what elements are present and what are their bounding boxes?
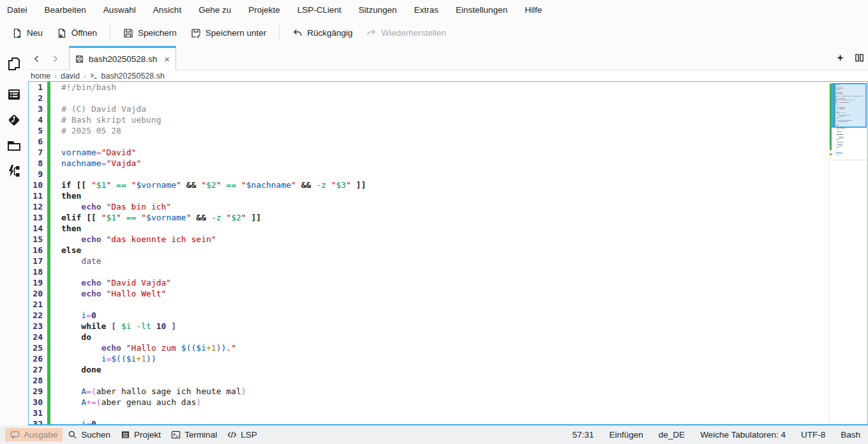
project-label: Projekt — [134, 430, 161, 440]
code-line-17[interactable]: date — [61, 256, 829, 266]
code-line-4[interactable]: # Bash skript uebung — [61, 114, 829, 125]
minimap-line-mark — [835, 149, 836, 150]
line-number: 15 — [29, 234, 43, 245]
menu-item-extras[interactable]: Extras — [414, 5, 438, 15]
breadcrumb-david[interactable]: david — [61, 72, 80, 80]
menu-item-auswahl[interactable]: Auswahl — [103, 5, 136, 15]
cursor-position[interactable]: 57:31 — [572, 430, 594, 440]
code-line-22[interactable]: i=0 — [61, 310, 829, 321]
line-number: 26 — [29, 353, 43, 364]
code-line-2[interactable] — [61, 93, 829, 103]
code-area[interactable]: #!/bin/bash# (C) David Vajda# Bash skrip… — [61, 82, 829, 424]
code-line-26[interactable]: i=$(($i+1)) — [61, 353, 829, 364]
menu-item-einstellungen[interactable]: Einstellungen — [456, 5, 507, 15]
tab-bash20250528[interactable]: bash20250528.sh × — [69, 46, 176, 70]
menu-item-sitzungen[interactable]: Sitzungen — [359, 5, 397, 15]
new-button[interactable]: Neu — [5, 24, 50, 42]
folder-icon[interactable] — [6, 138, 22, 153]
history-forward-button[interactable] — [46, 47, 64, 70]
code-line-10[interactable]: if [[ "$1" == "$vorname" && "$2" == "$na… — [61, 180, 829, 190]
minimap[interactable] — [829, 82, 867, 424]
menu-item-gehe-zu[interactable]: Gehe zu — [198, 5, 231, 15]
history-back-button[interactable] — [28, 47, 46, 70]
menu-item-projekte[interactable]: Projekte — [248, 5, 280, 15]
code-line-8[interactable]: nachname="Vajda" — [61, 158, 829, 169]
tab-bar: bash20250528.sh × — [28, 46, 868, 70]
project-toolview-button[interactable]: Projekt — [116, 428, 166, 441]
lsp-toolview-button[interactable]: LSP — [222, 428, 262, 441]
menu-item-ansicht[interactable]: Ansicht — [153, 5, 181, 15]
documents-icon[interactable] — [6, 56, 22, 72]
line-number: 32 — [29, 418, 43, 425]
code-line-28[interactable] — [61, 375, 829, 386]
output-toolview-button[interactable]: Ausgabe — [5, 428, 63, 441]
terminal-toolview-button[interactable]: Terminal — [166, 428, 222, 441]
code-line-14[interactable]: then — [61, 223, 829, 234]
save-as-button[interactable]: Speichern unter — [184, 24, 273, 42]
line-number: 21 — [29, 299, 43, 310]
code-line-13[interactable]: elif [[ "$1" == "$vorname" && -z "$2" ]] — [61, 212, 829, 223]
code-line-29[interactable]: A=(aber hallo sage ich heute mal) — [61, 386, 829, 397]
encoding[interactable]: UTF-8 — [801, 430, 825, 440]
code-line-30[interactable]: A+=(aber genau auch das) — [61, 397, 829, 408]
code-line-1[interactable]: #!/bin/bash — [61, 82, 829, 93]
minimap-line-mark — [837, 128, 846, 128]
code-line-12[interactable]: echo "Das bin ich" — [61, 201, 829, 212]
breadcrumb-file[interactable]: bash20250528.sh — [101, 72, 165, 80]
line-number: 13 — [29, 212, 43, 223]
status-bar: Ausgabe Suchen Projekt Terminal LSP — [0, 425, 868, 444]
line-number: 18 — [29, 266, 43, 277]
output-icon — [10, 430, 20, 440]
tab-mode[interactable]: Weiche Tabulatoren: 4 — [700, 430, 786, 440]
code-line-5[interactable]: # 2025 05 28 — [61, 125, 829, 136]
left-sidebar — [0, 46, 28, 425]
search-toolview-button[interactable]: Suchen — [63, 428, 116, 441]
breadcrumb-home[interactable]: home — [31, 72, 50, 80]
line-numbers: 1234567891011121314151617181920212223242… — [29, 82, 61, 425]
undo-button[interactable]: Rückgängig — [285, 24, 359, 42]
panel-list-icon[interactable] — [6, 87, 22, 102]
line-number: 25 — [29, 342, 43, 353]
code-line-18[interactable] — [61, 266, 829, 277]
line-number: 28 — [29, 375, 43, 386]
menu-item-datei[interactable]: Datei — [7, 5, 27, 15]
line-number: 27 — [29, 364, 43, 375]
line-number: 8 — [29, 158, 43, 169]
code-line-20[interactable]: echo "Hallo Welt" — [61, 288, 829, 299]
code-line-27[interactable]: done — [61, 364, 829, 375]
code-line-31[interactable] — [61, 408, 829, 418]
dictionary[interactable]: de_DE — [659, 430, 685, 440]
code-line-11[interactable]: then — [61, 190, 829, 201]
redo-icon — [366, 28, 377, 38]
syntax-mode[interactable]: Bash — [841, 430, 860, 440]
code-line-9[interactable] — [61, 169, 829, 180]
menu-item-hilfe[interactable]: Hilfe — [525, 5, 542, 15]
save-button[interactable]: Speichern — [116, 24, 184, 42]
lsp-symbols-icon[interactable] — [6, 164, 22, 179]
code-line-19[interactable]: echo "David Vajda" — [61, 277, 829, 288]
split-view-icon[interactable] — [855, 53, 864, 63]
git-icon[interactable] — [6, 112, 22, 128]
open-document-icon — [57, 28, 67, 38]
code-line-16[interactable]: else — [61, 245, 829, 256]
code-line-32[interactable]: i=0 — [61, 418, 829, 425]
tab-close-icon[interactable]: × — [164, 54, 170, 64]
main-area: bash20250528.sh × home › david › — [0, 46, 868, 425]
code-line-21[interactable] — [61, 299, 829, 310]
code-line-3[interactable]: # (C) David Vajda — [61, 103, 829, 114]
code-line-24[interactable]: do — [61, 332, 829, 342]
minimap-viewport[interactable] — [832, 83, 867, 128]
quick-actions-icon[interactable] — [836, 54, 844, 62]
minimap-line-mark — [839, 138, 843, 139]
menu-item-bearbeiten[interactable]: Bearbeiten — [45, 5, 86, 15]
menu-item-lsp-client[interactable]: LSP-CLient — [297, 5, 341, 15]
input-mode[interactable]: Einfügen — [610, 430, 643, 440]
code-line-15[interactable]: echo "das koennte ich sein" — [61, 234, 829, 245]
code-line-25[interactable]: echo "Hallo zum $(($i+1))." — [61, 342, 829, 353]
code-line-6[interactable] — [61, 136, 829, 147]
lsp-icon — [227, 430, 237, 440]
code-line-7[interactable]: vorname="David" — [61, 147, 829, 158]
toolbar: Neu Öffnen Speichern Speichern unter Rüc… — [0, 20, 868, 46]
code-line-23[interactable]: while [ $i -lt 10 ] — [61, 321, 829, 332]
open-button[interactable]: Öffnen — [50, 24, 104, 42]
